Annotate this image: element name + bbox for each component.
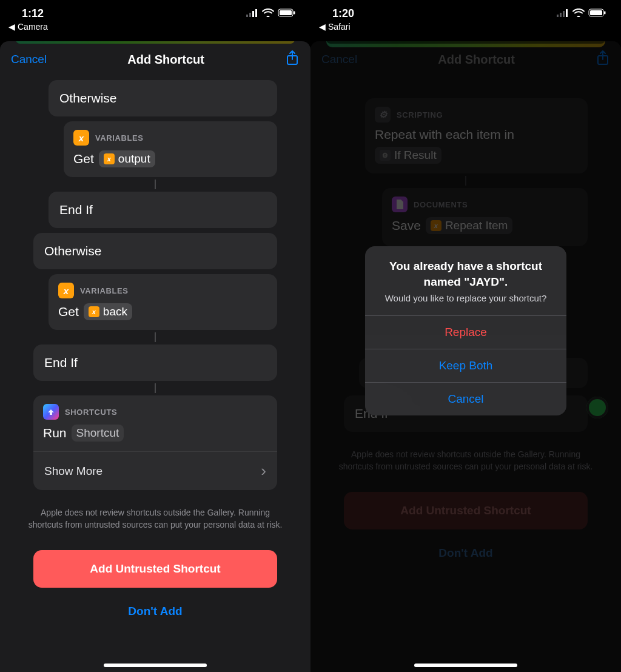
magic-var-icon: ⚙ bbox=[380, 150, 391, 161]
action-get-variable-back[interactable]: x VARIABLES Get x back bbox=[49, 274, 277, 330]
signal-icon bbox=[246, 7, 258, 20]
action-otherwise[interactable]: Otherwise bbox=[49, 80, 277, 116]
signal-icon bbox=[557, 7, 569, 20]
shortcuts-app-icon bbox=[43, 404, 59, 420]
action-category: VARIABLES bbox=[95, 133, 144, 143]
action-verb: Get bbox=[58, 304, 79, 319]
alert-replace-button[interactable]: Replace bbox=[365, 315, 566, 349]
action-end-if[interactable]: End If bbox=[33, 344, 277, 381]
replace-shortcut-alert: You already have a shortcut named "JAYD"… bbox=[365, 246, 566, 415]
variable-mini-icon: x bbox=[104, 153, 115, 164]
status-icons bbox=[557, 7, 606, 20]
variable-icon: x bbox=[73, 130, 89, 146]
action-verb: Get bbox=[73, 152, 94, 166]
shortcut-placeholder-pill[interactable]: Shortcut bbox=[72, 425, 124, 442]
disclaimer-text: Apple does not review shortcuts outside … bbox=[0, 492, 310, 545]
share-button[interactable] bbox=[285, 50, 300, 69]
svg-rect-14 bbox=[604, 11, 606, 14]
alert-message: Would you like to replace your shortcut? bbox=[365, 292, 566, 315]
svg-rect-5 bbox=[280, 10, 292, 15]
back-to-app-link[interactable]: ◀ Safari bbox=[310, 22, 621, 35]
status-time: 1:20 bbox=[332, 7, 354, 20]
home-indicator[interactable] bbox=[414, 664, 517, 667]
alert-title: You already have a shortcut named "JAYD"… bbox=[365, 246, 566, 292]
variable-pill[interactable]: ⚙ If Result bbox=[375, 147, 441, 164]
connector bbox=[155, 180, 156, 189]
add-untrusted-button[interactable]: Add Untrusted Shortcut bbox=[344, 492, 588, 529]
back-app-label: Safari bbox=[328, 22, 351, 32]
status-bar: 1:12 bbox=[0, 0, 310, 22]
alert-cancel-button[interactable]: Cancel bbox=[365, 382, 566, 415]
add-action-button[interactable] bbox=[586, 397, 608, 418]
disclaimer-text: Apple does not review shortcuts outside … bbox=[310, 434, 621, 487]
documents-icon bbox=[392, 197, 408, 212]
connector bbox=[155, 332, 156, 342]
phone-right: 1:20 ◀ Safari Cancel Add Shortcut bbox=[310, 0, 621, 672]
action-run-shortcut[interactable]: SHORTCUTS Run Shortcut Show More bbox=[33, 395, 277, 490]
dont-add-button[interactable]: Don't Add bbox=[0, 593, 310, 630]
sheet-title: Add Shortcut bbox=[438, 53, 515, 67]
shortcut-flow: Otherwise x VARIABLES Get x output End I… bbox=[0, 78, 310, 637]
add-shortcut-sheet: Cancel Add Shortcut Otherwise x VARIABLE… bbox=[0, 41, 310, 672]
variable-mini-icon: x bbox=[431, 220, 441, 231]
variable-icon: x bbox=[58, 283, 74, 298]
dont-add-button[interactable]: Don't Add bbox=[310, 534, 621, 572]
wifi-icon bbox=[262, 7, 274, 20]
svg-rect-3 bbox=[255, 9, 257, 17]
action-end-if[interactable]: End If bbox=[49, 192, 277, 228]
action-repeat-each[interactable]: ⚙ SCRIPTING Repeat with each item in ⚙ I… bbox=[365, 98, 588, 173]
action-verb: Save bbox=[392, 218, 421, 233]
action-get-variable-output[interactable]: x VARIABLES Get x output bbox=[64, 121, 277, 177]
status-icons bbox=[246, 7, 296, 20]
battery-icon bbox=[588, 7, 606, 20]
share-button[interactable] bbox=[596, 50, 610, 69]
variable-pill[interactable]: x back bbox=[84, 303, 132, 320]
connector bbox=[465, 176, 466, 186]
action-category: VARIABLES bbox=[80, 286, 129, 295]
svg-rect-9 bbox=[560, 13, 562, 17]
back-app-label: Camera bbox=[18, 22, 48, 32]
back-to-app-link[interactable]: ◀ Camera bbox=[0, 22, 310, 35]
svg-rect-6 bbox=[294, 11, 295, 14]
status-time: 1:12 bbox=[22, 7, 44, 20]
svg-rect-11 bbox=[566, 9, 568, 17]
sheet-navbar: Cancel Add Shortcut bbox=[310, 41, 621, 78]
alert-keep-both-button[interactable]: Keep Both bbox=[365, 349, 566, 382]
svg-rect-2 bbox=[252, 11, 254, 17]
svg-rect-8 bbox=[557, 15, 559, 17]
sheet-navbar: Cancel Add Shortcut bbox=[0, 41, 310, 78]
action-line: Repeat with each item in bbox=[375, 127, 514, 142]
action-save-file[interactable]: DOCUMENTS Save x Repeat Item bbox=[382, 188, 588, 246]
scripting-icon: ⚙ bbox=[375, 107, 391, 123]
action-category: SHORTCUTS bbox=[65, 408, 117, 417]
phone-left: 1:12 ◀ Camera Cancel Add Shortcut bbox=[0, 0, 310, 672]
variable-mini-icon: x bbox=[89, 306, 99, 317]
show-more-row[interactable]: Show More bbox=[33, 451, 277, 490]
action-verb: Run bbox=[43, 426, 67, 440]
sheet-title: Add Shortcut bbox=[127, 53, 204, 67]
action-otherwise[interactable]: Otherwise bbox=[33, 233, 277, 269]
svg-rect-0 bbox=[246, 15, 248, 17]
variable-pill[interactable]: x Repeat Item bbox=[426, 217, 513, 234]
home-indicator[interactable] bbox=[104, 664, 207, 667]
wifi-icon bbox=[572, 7, 585, 20]
cancel-button[interactable]: Cancel bbox=[11, 53, 47, 66]
cancel-button[interactable]: Cancel bbox=[321, 53, 357, 66]
svg-rect-13 bbox=[590, 10, 602, 15]
variable-pill[interactable]: x output bbox=[99, 150, 155, 167]
connector bbox=[155, 383, 156, 393]
back-caret-icon: ◀ bbox=[319, 22, 326, 32]
chevron-right-icon bbox=[261, 462, 266, 480]
svg-rect-10 bbox=[563, 11, 565, 17]
action-category: SCRIPTING bbox=[397, 110, 443, 119]
battery-icon bbox=[278, 7, 296, 20]
action-category: DOCUMENTS bbox=[414, 200, 468, 209]
add-untrusted-button[interactable]: Add Untrusted Shortcut bbox=[33, 550, 277, 588]
status-bar: 1:20 bbox=[310, 0, 621, 22]
svg-rect-1 bbox=[249, 13, 251, 17]
back-caret-icon: ◀ bbox=[8, 22, 15, 32]
